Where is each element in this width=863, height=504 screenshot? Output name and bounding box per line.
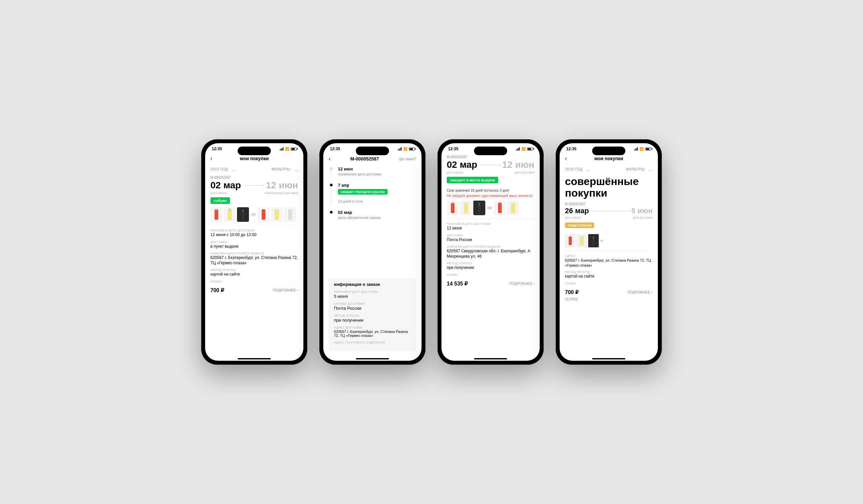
phone-1-product-3 xyxy=(237,207,249,222)
phone-1-bottom xyxy=(205,354,303,361)
phone-4-start-label: дата заказа xyxy=(565,216,581,219)
phone-1-filter-label[interactable]: ФИЛЬТРЫ xyxy=(271,167,290,171)
phone-2-where-order[interactable]: где заказ? xyxy=(399,157,416,161)
phones-container: 12:35 📶 ‹ мои покупки xyxy=(201,139,662,365)
phone-3-product-3 xyxy=(473,201,485,215)
svg-rect-7 xyxy=(275,209,279,220)
phone-1-payment-row: МЕТОД ОПЛАТЫ картой на сайте xyxy=(210,268,298,277)
phone-1-count: ×4 xyxy=(250,212,256,217)
phone-1-header: ‹ мои покупки xyxy=(205,153,303,163)
phone-3-delivery-value: Почта России xyxy=(447,237,534,243)
phone-1-divider xyxy=(210,225,298,225)
svg-rect-18 xyxy=(592,238,595,245)
phone-1-home-indicator xyxy=(238,358,271,359)
phone-4-count: ×4 xyxy=(600,239,603,242)
phone-4-address-value: 620567 г. Екатеринбург, ул. Степана Рази… xyxy=(565,258,653,268)
phone-1-body: 2019 ГОД ... ФИЛЬТРЫ ... М-000052587 02 … xyxy=(205,163,303,354)
phone-4-signal xyxy=(634,147,638,151)
phone-2-dot-col-1 xyxy=(329,166,334,177)
phone-2-desc-1: примерная дата доставки xyxy=(338,172,416,176)
svg-rect-11 xyxy=(464,203,468,213)
phone-3-body: М-000052587 02 мар 12 июн дата заказа да… xyxy=(441,153,540,354)
phone-2-dot-3 xyxy=(330,211,333,214)
phone-3-delivery-label: ДОСТАВКА xyxy=(447,234,534,237)
phone-1-product-5 xyxy=(271,207,283,222)
phone-3-home-indicator xyxy=(474,358,507,359)
phone-2-planned-label: ПЛАНОВАЯ ДАТА ДОСТАВКИ xyxy=(334,290,411,294)
phone-4-order-number: М-000052587 xyxy=(565,202,653,206)
phone-1-status-badge: собран xyxy=(210,197,298,207)
phone-3-arrow xyxy=(480,165,500,165)
phone-3-pickup-label: ИНФОРМАЦИЯ О ПУНКТЕ ВЫДАЧИ xyxy=(447,245,534,248)
phone-4-podrobnee-button[interactable]: ПОДРОБНЕЕ › xyxy=(627,290,653,294)
phone-1-year-label: 2019 ГОД xyxy=(210,167,228,171)
phone-3-storage-notice: Срок хранения 18 дней (осталось 4 дня) xyxy=(447,189,534,192)
phone-1-order-card: М-000052587 02 мар 12 июн дата заказа пл… xyxy=(210,176,298,296)
phone-4-dots1[interactable]: ... xyxy=(587,166,590,172)
phone-2-dot-col-2 xyxy=(329,183,334,205)
phone-2-screen: 12:35 📶 ‹ М-000052587 где заказ? xyxy=(323,143,422,361)
phone-4-filter-label[interactable]: ФИЛЬТРЫ xyxy=(626,167,645,171)
phone-4-product-1 xyxy=(565,234,576,247)
phone-2-home-indicator xyxy=(356,358,389,359)
phone-2-timeline: 12 июн примерная дата доставки 7 апр ожи… xyxy=(323,164,422,278)
phone-4-back-button[interactable]: ‹ xyxy=(565,155,566,161)
phone-2-time: 12:35 xyxy=(330,146,340,151)
phone-2-extra-2: 10 дней в пути xyxy=(338,199,416,203)
phone-3-payment-label: МЕТОД ОПЛАТЫ xyxy=(447,262,534,265)
phone-2-service-label: СЛУЖБА ДОСТАВКИ xyxy=(334,302,411,306)
phone-2-payment-label: МЕТОД ОПЛАТЫ xyxy=(334,314,411,317)
phone-3-order-number: М-000052587 xyxy=(447,155,534,159)
phone-1-title: мои покупки xyxy=(240,156,268,161)
phone-1-podrobnee-row: 700 ₽ ПОДРОБНЕЕ › xyxy=(210,286,298,294)
phone-4-body: 2019 ГОД ... ФИЛЬТРЫ ... совершённые пок… xyxy=(560,163,658,354)
phone-3-date-start: 02 мар xyxy=(447,160,477,169)
phone-1-back-button[interactable]: ‹ xyxy=(210,155,212,161)
phone-3-bottom xyxy=(441,354,540,361)
phone-3-podrobnee-button[interactable]: ПОДРОБНЕЕ › xyxy=(509,282,534,285)
phone-1-badge: собран xyxy=(210,197,230,204)
phone-4-payment-row: МЕТОД ОПЛАТЫ картой на сайте xyxy=(565,270,653,279)
phone-3-podrobnee-row: 14 535 ₽ ПОДРОБНЕЕ › xyxy=(447,279,534,287)
phone-1-delivery-date-value: 12 июня с 10:00 до 12:00 xyxy=(210,232,298,238)
phone-3-products: ×4 xyxy=(447,201,534,215)
phone-2-address-value: 620567 г. Екатеринбург, ул. Степана Рази… xyxy=(334,329,411,338)
phone-4-time: 12:35 xyxy=(566,146,577,151)
phone-4-product-3 xyxy=(588,234,599,247)
phone-1-delivery-row: ДОСТАВКА в пункт выдачи xyxy=(210,241,298,249)
phone-1-podrobnee-button[interactable]: ПОДРОБНЕЕ › xyxy=(273,288,298,292)
phone-3-divider xyxy=(447,219,534,219)
phone-3-end-label: дата доставки xyxy=(515,171,534,174)
phone-2-badge-2: ожидает передачи курьеру xyxy=(338,189,388,195)
phone-1-dots1[interactable]: ... xyxy=(232,166,236,172)
phone-2-back-button[interactable]: ‹ xyxy=(329,156,330,162)
phone-4: 12:35 📶 ‹ мои покупки xyxy=(555,139,662,365)
phone-2-content-3: 02 мар дата оформления заказа xyxy=(338,210,416,221)
phone-3-delivery-date-label: ПЛАНОВАЯ ДАТА ДОСТАВКИ xyxy=(447,222,534,225)
phone-1-payment-value: картой на сайте xyxy=(210,272,298,277)
phone-4-header: ‹ мои покупки xyxy=(560,153,658,163)
phone-1-dots2[interactable]: ... xyxy=(294,166,298,172)
phone-4-dots2[interactable]: ... xyxy=(649,166,653,172)
phone-1-product-2 xyxy=(224,207,236,222)
phone-3-info: ПЛАНОВАЯ ДАТА ДОСТАВКИ 12 июня ДОСТАВКА … xyxy=(447,222,534,287)
phone-1-time: 12:35 xyxy=(212,146,222,151)
phone-4-address-label: АДРЕС xyxy=(565,254,653,258)
phone-3-screen: 12:35 📶 М-000052587 02 мар xyxy=(441,143,540,361)
phone-4-wifi-icon: 📶 xyxy=(640,147,643,151)
phone-3-payment-row: МЕТОД ОПЛАТЫ при получении xyxy=(447,262,534,271)
phone-1-start-label: дата заказа xyxy=(210,191,227,195)
svg-rect-0 xyxy=(214,209,218,220)
phone-2-title: М-000052587 xyxy=(350,156,379,161)
phone-4-badge: товар получен xyxy=(565,222,594,228)
phone-4-info: АДРЕС 620567 г. Екатеринбург, ул. Степан… xyxy=(565,254,653,295)
phone-2-payment-value: при получении xyxy=(334,318,411,323)
phone-4-sum-label: СУММА xyxy=(565,282,653,285)
phone-4-big-heading: совершённые покупки xyxy=(565,176,653,199)
phone-4-home-indicator xyxy=(592,358,625,359)
phone-2-service-row: СЛУЖБА ДОСТАВКИ Почта России xyxy=(334,302,411,311)
phone-2-info-block: информация о заказе ПЛАНОВАЯ ДАТА ДОСТАВ… xyxy=(329,278,416,351)
phone-1-wifi-icon: 📶 xyxy=(285,147,289,151)
phone-4-divider xyxy=(565,251,653,251)
phone-2-timeline-item-2: 7 апр ожидает передачи курьеру 10 дней в… xyxy=(329,183,416,205)
